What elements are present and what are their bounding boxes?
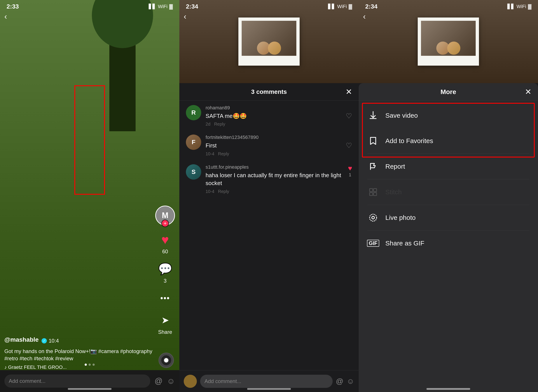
like-button[interactable]: ♥: [158, 232, 173, 247]
comment-text-2: First: [206, 141, 341, 149]
more-button-container: •••: [158, 290, 173, 306]
comment-text-3: haha loser I can actually fit my entire …: [206, 171, 343, 187]
duration-label: 10:4: [49, 338, 59, 344]
time-panel3: 2:34: [365, 3, 377, 10]
record-center: [164, 358, 168, 363]
time-panel2: 2:34: [186, 3, 198, 10]
creator-username[interactable]: @mashable: [4, 336, 38, 343]
comment-meta-3: 10-4 Reply: [206, 189, 343, 194]
video-preview-panel3: 2:34 ▋▋ WiFi ▓ ‹: [359, 0, 538, 83]
back-button-panel2[interactable]: ‹: [184, 12, 186, 21]
heart-icon: ♥: [161, 232, 169, 247]
video-info: @mashable ✓ 10:4 Got my hands on the Pol…: [4, 336, 153, 370]
signal-icon: ▋▋: [149, 4, 156, 9]
comment-like-btn-3[interactable]: ♥: [348, 164, 352, 172]
emoji-icon-panel1[interactable]: ☺: [167, 377, 175, 386]
svg-rect-2: [370, 192, 373, 196]
comment-meta-2: 10-4 Reply: [206, 151, 341, 156]
share-arrow-icon: ➤: [161, 315, 169, 326]
add-favorites-item[interactable]: Add to Favorites: [359, 128, 538, 154]
comments-drawer: 3 comments ✕ R rohaman89 SAFTA me🤩🤩 2d R…: [179, 83, 359, 392]
person2-head: [268, 42, 281, 55]
comment-item-1: R rohaman89 SAFTA me🤩🤩 2d Reply ♡: [186, 105, 352, 127]
avatar-letter-2: F: [192, 139, 195, 146]
photo-content-p3: [421, 21, 476, 56]
comment-meta-1: 2d Reply: [206, 122, 341, 127]
time-panel1: 2:33: [7, 3, 19, 10]
comment-placeholder-panel1: Add comment...: [9, 378, 46, 384]
battery-icon-p3: ▓: [528, 4, 531, 9]
music-thumbnail: [158, 353, 174, 368]
comment-avatar-2: F: [186, 135, 201, 150]
gif-icon: GIF: [367, 238, 379, 249]
mention-icon-panel1[interactable]: @: [155, 377, 163, 386]
flag-icon: [368, 162, 378, 171]
comment-item-3: S s1uttt.for.pineapples haha loser I can…: [186, 164, 352, 194]
home-indicator-panel2: [247, 388, 291, 390]
share-button[interactable]: ➤: [158, 312, 173, 328]
wifi-icon: WiFi: [158, 4, 167, 9]
comment-input-panel2[interactable]: Add comment...: [200, 375, 333, 388]
download-icon: [368, 111, 378, 120]
more-items-list: Save video Add to Favorites: [359, 101, 538, 258]
back-button-panel1[interactable]: ‹: [4, 12, 7, 21]
live-photo-item[interactable]: Live photo: [359, 205, 538, 230]
close-more-button[interactable]: ✕: [525, 87, 531, 97]
signal-icon-p2: ▋▋: [328, 4, 335, 9]
polaroid-image-p3: [418, 18, 479, 66]
bookmark-icon: [368, 136, 378, 146]
live-photo-label: Live photo: [385, 214, 416, 221]
share-gif-label: Share as GIF: [385, 239, 424, 247]
comment-avatar-3: S: [186, 164, 201, 180]
more-dots-icon: •••: [160, 294, 170, 303]
avatar-letter: M: [162, 211, 168, 220]
svg-point-5: [372, 216, 374, 219]
svg-rect-1: [374, 189, 377, 192]
back-button-panel3[interactable]: ‹: [363, 12, 366, 21]
gif-text-label: GIF: [367, 240, 379, 247]
stitch-icon: [367, 186, 379, 198]
video-preview-panel2: 2:34 ▋▋ WiFi ▓ ‹: [179, 0, 359, 83]
creator-avatar-container: M +: [155, 206, 175, 225]
selection-highlight-panel1: [74, 85, 105, 195]
comment-avatar-1: R: [186, 105, 201, 120]
polaroid-photo: [242, 21, 296, 56]
avatar-letter-3: S: [192, 168, 196, 175]
follow-plus-button[interactable]: +: [161, 220, 169, 227]
polaroid-photo-p3: [421, 21, 476, 56]
comment-input-panel1[interactable]: Add comment...: [4, 374, 150, 388]
comment-button[interactable]: 💬: [158, 261, 173, 276]
comment-like-btn-2[interactable]: ♡: [346, 141, 352, 150]
user-avatar-panel2: [184, 375, 197, 388]
mention-icon-panel2[interactable]: @: [336, 377, 343, 385]
more-button[interactable]: •••: [158, 290, 173, 306]
comment-content-3: s1uttt.for.pineapples haha loser I can a…: [206, 164, 343, 194]
comments-list: R rohaman89 SAFTA me🤩🤩 2d Reply ♡ F fort…: [179, 101, 359, 370]
battery-icon-p2: ▓: [349, 4, 352, 9]
share-button-container: ➤ Share: [158, 312, 173, 335]
save-video-label: Save video: [385, 112, 418, 119]
verified-badge: ✓: [42, 338, 47, 343]
wifi-icon-p2: WiFi: [337, 4, 347, 9]
report-item[interactable]: Report: [359, 154, 538, 179]
comments-title: 3 comments: [251, 88, 287, 95]
panel1-video-feed: 2:33 ▋▋ WiFi ▓ ‹ M + ♥ 60 💬 3: [0, 0, 179, 392]
username-row: @mashable ✓ 10:4: [4, 336, 153, 345]
panel3-more-menu: 2:34 ▋▋ WiFi ▓ ‹ More ✕: [359, 0, 538, 392]
panel2-comments: 2:34 ▋▋ WiFi ▓ ‹ 3 comments ✕: [179, 0, 359, 392]
sound-info: ♪ Graetz FEEL THE GROO...: [4, 364, 153, 370]
save-video-item[interactable]: Save video: [359, 103, 538, 128]
comment-content-2: fortnitekitten1234567890 First 10-4 Repl…: [206, 135, 341, 156]
status-bar-panel3: 2:34 ▋▋ WiFi ▓: [359, 0, 538, 13]
comment-like-btn-1[interactable]: ♡: [346, 112, 352, 120]
svg-rect-0: [370, 189, 373, 192]
close-comments-button[interactable]: ✕: [346, 87, 352, 97]
save-video-icon: [367, 110, 379, 121]
share-gif-item[interactable]: GIF Share as GIF: [359, 231, 538, 256]
emoji-icon-panel2[interactable]: ☺: [347, 377, 354, 385]
comment-content-1: rohaman89 SAFTA me🤩🤩 2d Reply: [206, 105, 341, 127]
svg-rect-3: [374, 192, 377, 196]
live-circle-icon: [368, 213, 378, 223]
like-count-3: 1: [349, 172, 351, 177]
live-photo-icon: [367, 212, 379, 223]
